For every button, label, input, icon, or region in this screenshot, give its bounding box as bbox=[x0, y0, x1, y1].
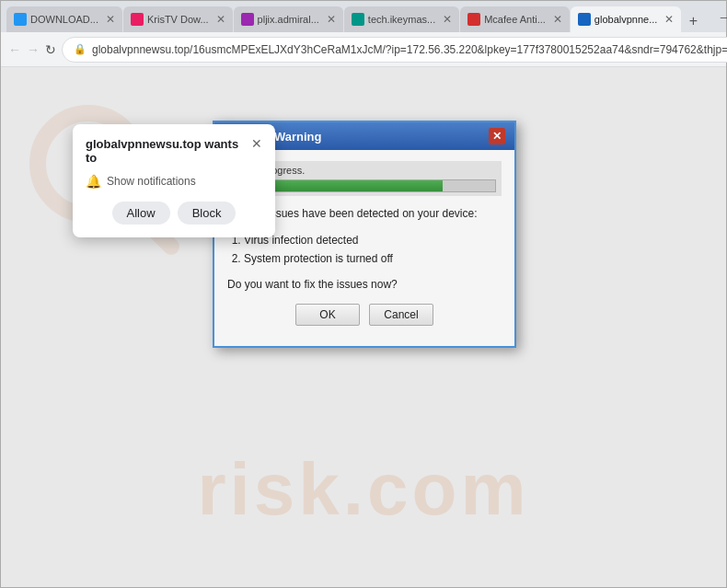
tab-close-kris[interactable]: ✕ bbox=[216, 13, 225, 26]
browser-window: DOWNLOAD... ✕ KrisTV Dow... ✕ pljix.admi… bbox=[0, 0, 727, 588]
tab-label-download: DOWNLOAD... bbox=[30, 14, 98, 25]
window-controls: — ☐ ✕ bbox=[713, 8, 727, 25]
tab-global[interactable]: globalvpnne... ✕ bbox=[571, 6, 682, 32]
allow-button[interactable]: Allow bbox=[112, 202, 170, 225]
tab-close-global[interactable]: ✕ bbox=[664, 13, 674, 26]
tab-favicon-global bbox=[578, 13, 591, 26]
url-bar[interactable]: 🔒 globalvpnnewsu.top/16usmcMPExELJXdY3hC… bbox=[62, 37, 727, 63]
tab-close-mcafee[interactable]: ✕ bbox=[553, 13, 562, 26]
watermark-text: risk.com bbox=[197, 447, 529, 532]
url-text: globalvpnnewsu.top/16usmcMPExELJXdY3hCeR… bbox=[92, 43, 727, 56]
tab-label-pljix: pljix.admiral... bbox=[258, 14, 319, 25]
popup-header: globalvpnnewsu.top wants to ✕ bbox=[86, 137, 262, 165]
dialog-question: Do you want to fix the issues now? bbox=[227, 278, 502, 291]
security-dialog-close-button[interactable]: ✕ bbox=[489, 128, 505, 144]
tab-favicon-download bbox=[14, 13, 27, 26]
forward-button[interactable]: → bbox=[27, 39, 40, 61]
reload-button[interactable]: ↻ bbox=[45, 39, 56, 61]
tab-label-global: globalvpnne... bbox=[594, 14, 658, 25]
tab-kris[interactable]: KrisTV Dow... ✕ bbox=[123, 6, 233, 32]
cancel-button[interactable]: Cancel bbox=[369, 304, 433, 326]
back-button[interactable]: ← bbox=[8, 39, 21, 61]
dialog-issue-list: Virus infection detected System protecti… bbox=[244, 231, 502, 269]
tab-download[interactable]: DOWNLOAD... ✕ bbox=[6, 6, 122, 32]
tab-mcafee[interactable]: Mcafee Anti... ✕ bbox=[460, 6, 570, 32]
tab-close-tech[interactable]: ✕ bbox=[443, 13, 452, 26]
tab-favicon-pljix bbox=[241, 13, 254, 26]
popup-buttons: Allow Block bbox=[86, 202, 262, 225]
tab-favicon-tech bbox=[352, 13, 364, 26]
tab-favicon-kris bbox=[131, 13, 144, 26]
dialog-issue-2: System protection is turned off bbox=[244, 249, 502, 268]
tab-close-pljix[interactable]: ✕ bbox=[327, 13, 336, 26]
bell-icon: 🔔 bbox=[86, 174, 101, 189]
popup-close-button[interactable]: ✕ bbox=[251, 137, 262, 150]
tab-favicon-mcafee bbox=[467, 13, 480, 26]
tab-label-tech: tech.ikeymas... bbox=[368, 14, 435, 25]
title-bar: DOWNLOAD... ✕ KrisTV Dow... ✕ pljix.admi… bbox=[1, 1, 726, 32]
new-tab-button[interactable]: + bbox=[682, 10, 704, 32]
tab-label-kris: KrisTV Dow... bbox=[147, 14, 209, 25]
tab-tech[interactable]: tech.ikeymas... ✕ bbox=[344, 6, 459, 32]
dialog-footer: OK Cancel bbox=[227, 304, 502, 335]
show-notifications-label: Show notifications bbox=[107, 175, 196, 188]
address-bar: ← → ↻ 🔒 globalvpnnewsu.top/16usmcMPExELJ… bbox=[1, 32, 726, 67]
tab-close-download[interactable]: ✕ bbox=[106, 13, 115, 26]
dialog-issue-1: Virus infection detected bbox=[244, 231, 502, 249]
page-content: risk.com globalvpnnewsu.top wants to ✕ 🔔… bbox=[1, 67, 726, 587]
block-button[interactable]: Block bbox=[178, 202, 237, 225]
ok-button[interactable]: OK bbox=[295, 304, 360, 326]
popup-notification-row: 🔔 Show notifications bbox=[86, 174, 262, 189]
tab-bar: DOWNLOAD... ✕ KrisTV Dow... ✕ pljix.admi… bbox=[6, 1, 704, 32]
notification-popup: globalvpnnewsu.top wants to ✕ 🔔 Show not… bbox=[73, 124, 275, 237]
popup-title: globalvpnnewsu.top wants to bbox=[86, 137, 251, 165]
tab-label-mcafee: Mcafee Anti... bbox=[484, 14, 546, 25]
lock-icon: 🔒 bbox=[74, 43, 87, 55]
tab-pljix[interactable]: pljix.admiral... ✕ bbox=[234, 6, 343, 32]
minimize-button[interactable]: — bbox=[713, 8, 727, 25]
